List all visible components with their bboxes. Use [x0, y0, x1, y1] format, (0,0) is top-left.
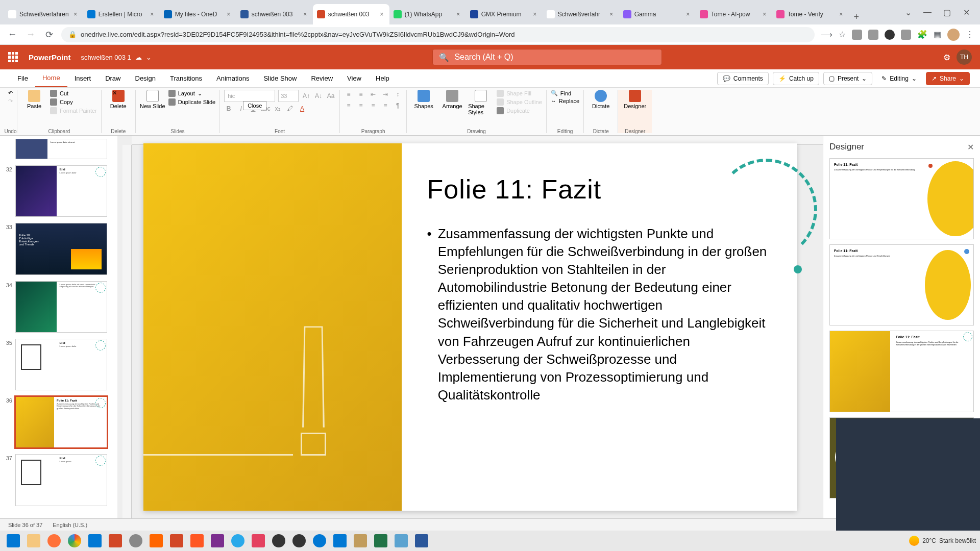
- tab-slideshow[interactable]: Slide Show: [256, 69, 304, 87]
- tab-insert[interactable]: Insert: [67, 69, 99, 87]
- shapes-button[interactable]: Shapes: [411, 90, 436, 109]
- paste-button[interactable]: Paste: [21, 90, 47, 109]
- tab-help[interactable]: Help: [369, 69, 397, 87]
- slide-thumbnail[interactable]: Lorem ipsum dolor sit amet consectetur a…: [15, 281, 107, 333]
- taskbar-app[interactable]: [86, 532, 104, 550]
- browser-tab[interactable]: Gamma×: [619, 4, 696, 24]
- tab-transitions[interactable]: Transitions: [163, 69, 209, 87]
- minimize-icon[interactable]: —: [920, 8, 935, 17]
- slide-thumbnail[interactable]: BildLorem ipsum: [15, 454, 107, 506]
- bullets-button[interactable]: ≡: [344, 90, 353, 99]
- slide-counter[interactable]: Slide 36 of 37: [8, 522, 42, 528]
- tab-draw[interactable]: Draw: [98, 69, 128, 87]
- tab-view[interactable]: View: [340, 69, 369, 87]
- shape-fill-button[interactable]: Shape Fill: [497, 90, 542, 97]
- taskbar-app[interactable]: [351, 532, 370, 550]
- share-icon[interactable]: ⟶: [821, 30, 832, 39]
- slide-thumbnail[interactable]: BildLorem ipsum dolor: [15, 339, 107, 390]
- tab-animations[interactable]: Animations: [209, 69, 256, 87]
- slide[interactable]: Folie 11: Fazit •Zusammenfassung der wic…: [143, 143, 797, 511]
- slide-thumbnail-selected[interactable]: Folie 11: FazitZusammenfassung der wicht…: [15, 396, 107, 448]
- taskbar-app[interactable]: [167, 532, 186, 550]
- arrange-button[interactable]: Arrange: [439, 90, 465, 109]
- editing-mode-button[interactable]: ✎ Editing ⌄: [876, 72, 922, 85]
- chevron-down-icon[interactable]: ⌄: [146, 54, 152, 61]
- align-right-button[interactable]: ≡: [369, 101, 378, 110]
- extension-icon[interactable]: [885, 30, 895, 40]
- browser-tab[interactable]: Tome - AI-pow×: [696, 4, 772, 24]
- copy-button[interactable]: Copy: [50, 98, 97, 106]
- justify-button[interactable]: ≡: [381, 101, 390, 110]
- close-icon[interactable]: ×: [225, 11, 232, 18]
- slide-thumbnails-panel[interactable]: Lorem ipsum dolor sit amet 32BildLorem i…: [0, 136, 117, 518]
- duplicate-button[interactable]: Duplicate: [497, 107, 542, 114]
- taskbar-app[interactable]: [229, 532, 247, 550]
- browser-tab[interactable]: (1) WhatsApp×: [389, 4, 466, 24]
- taskbar-app[interactable]: [372, 532, 390, 550]
- duplicate-slide-button[interactable]: Duplicate Slide: [168, 98, 215, 106]
- start-button[interactable]: [4, 532, 22, 550]
- taskbar-app[interactable]: [331, 532, 349, 550]
- new-slide-button[interactable]: New Slide: [140, 90, 165, 109]
- shape-styles-button[interactable]: Shape Styles: [468, 90, 494, 115]
- slide-canvas[interactable]: Folie 11: Fazit •Zusammenfassung der wic…: [117, 136, 823, 518]
- catchup-button[interactable]: ⚡ Catch up: [773, 72, 819, 85]
- design-idea[interactable]: Folie 11: Fazit Zusammenfassung der wich…: [829, 331, 974, 412]
- align-center-button[interactable]: ≡: [356, 101, 365, 110]
- taskbar-app[interactable]: [65, 532, 84, 550]
- taskbar-app[interactable]: [24, 532, 43, 550]
- address-bar[interactable]: 🔒 onedrive.live.com/edit.aspx?resid=3DE0…: [61, 27, 815, 42]
- browser-tab[interactable]: Erstellen | Micro×: [83, 4, 160, 24]
- close-icon[interactable]: ×: [378, 11, 385, 18]
- decrease-font-icon[interactable]: A↓: [314, 91, 323, 101]
- close-icon[interactable]: ×: [72, 11, 79, 18]
- dictate-button[interactable]: Dictate: [588, 90, 614, 109]
- find-button[interactable]: 🔍Find: [551, 90, 579, 96]
- taskbar-app[interactable]: [310, 532, 329, 550]
- taskbar-app[interactable]: [249, 532, 267, 550]
- browser-tab-active[interactable]: schweißen 003×: [313, 4, 389, 24]
- maximize-icon[interactable]: ▢: [939, 8, 954, 17]
- share-button[interactable]: ↗ Share ⌄: [926, 72, 970, 85]
- close-icon[interactable]: ×: [149, 11, 156, 18]
- align-left-button[interactable]: ≡: [344, 101, 353, 110]
- taskbar-app[interactable]: [392, 532, 410, 550]
- delete-button[interactable]: ✕Delete: [106, 90, 131, 109]
- increase-indent-button[interactable]: ⇥: [381, 90, 390, 99]
- reload-button[interactable]: ⟳: [43, 29, 55, 40]
- undo-button[interactable]: ↶: [8, 90, 13, 96]
- line-spacing-button[interactable]: ↕: [393, 90, 402, 99]
- star-icon[interactable]: ☆: [839, 30, 846, 39]
- redo-button[interactable]: ↷: [8, 98, 13, 105]
- close-icon[interactable]: ×: [531, 11, 538, 18]
- slide-image-panel[interactable]: [143, 143, 402, 511]
- extension-icon[interactable]: [901, 30, 911, 40]
- extensions-menu-icon[interactable]: 🧩: [917, 30, 927, 39]
- close-icon[interactable]: ✕: [967, 142, 974, 152]
- close-icon[interactable]: ×: [608, 11, 615, 18]
- chevron-down-icon[interactable]: ⌄: [900, 8, 916, 17]
- change-case-icon[interactable]: Aa: [326, 91, 335, 101]
- highlight-button[interactable]: 🖍: [285, 104, 295, 113]
- language-status[interactable]: English (U.S.): [53, 522, 87, 528]
- close-icon[interactable]: ×: [838, 11, 845, 18]
- taskbar-app[interactable]: [290, 532, 308, 550]
- bold-button[interactable]: B: [224, 104, 233, 113]
- forward-button[interactable]: →: [24, 29, 37, 40]
- tab-design[interactable]: Design: [128, 69, 163, 87]
- extension-icon[interactable]: [868, 30, 878, 40]
- close-icon[interactable]: ×: [455, 11, 462, 18]
- replace-button[interactable]: ↔Replace: [551, 98, 579, 104]
- browser-tab[interactable]: Schweißverfahren×: [4, 4, 83, 24]
- browser-tab[interactable]: My files - OneD×: [160, 4, 236, 24]
- design-idea[interactable]: Folie 11: Fazit Zusammenfassung der wich…: [829, 244, 974, 325]
- search-input[interactable]: 🔍 Search (Alt + Q): [432, 49, 662, 65]
- layout-button[interactable]: Layout ⌄: [168, 90, 215, 97]
- close-icon[interactable]: ×: [684, 11, 692, 18]
- slide-thumbnail[interactable]: Folie 10:ZukünftigeEntwicklungenund Tren…: [15, 223, 107, 274]
- font-size-select[interactable]: 33: [278, 90, 299, 102]
- designer-button[interactable]: Designer: [622, 90, 648, 109]
- taskbar-app[interactable]: [188, 532, 206, 550]
- close-window-icon[interactable]: ✕: [959, 8, 974, 17]
- taskbar-app[interactable]: [270, 532, 288, 550]
